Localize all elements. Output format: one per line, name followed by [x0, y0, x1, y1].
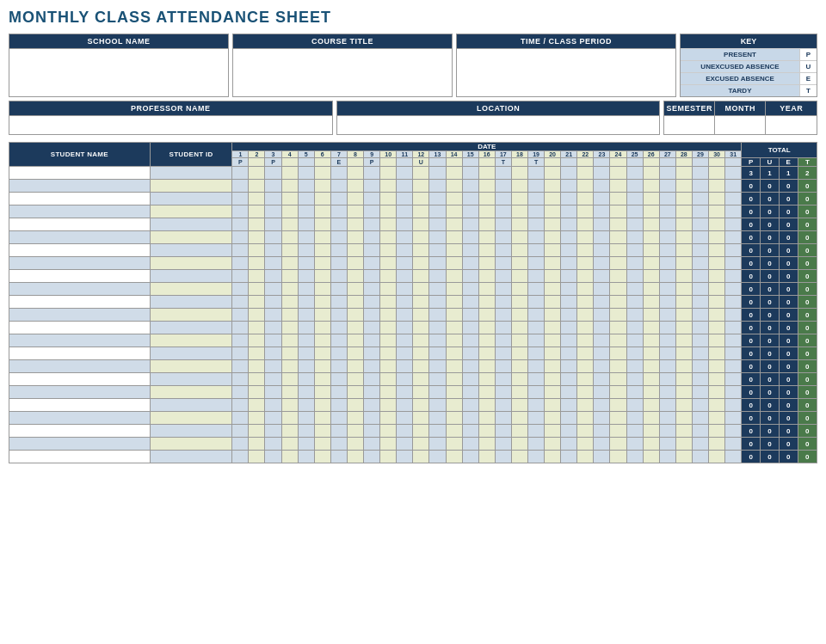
day-cell[interactable]: [561, 425, 577, 438]
day-cell[interactable]: [561, 360, 577, 373]
day-cell[interactable]: [446, 283, 462, 296]
day-cell[interactable]: [725, 205, 742, 218]
student-id-cell[interactable]: [150, 167, 232, 180]
day-cell[interactable]: [545, 296, 561, 309]
day-cell[interactable]: [643, 347, 659, 360]
day-cell[interactable]: [265, 425, 281, 438]
day-cell[interactable]: [330, 373, 347, 386]
day-cell[interactable]: [709, 244, 725, 257]
day-cell[interactable]: [725, 180, 742, 193]
year-value[interactable]: [766, 115, 817, 134]
day-cell[interactable]: [659, 180, 675, 193]
day-cell[interactable]: [462, 180, 478, 193]
day-cell[interactable]: [397, 425, 413, 438]
day-cell[interactable]: [577, 193, 594, 205]
day-cell[interactable]: [709, 347, 725, 360]
day-cell[interactable]: [659, 257, 675, 270]
day-cell[interactable]: [347, 283, 363, 296]
day-cell[interactable]: [380, 399, 397, 412]
day-cell[interactable]: [643, 244, 659, 257]
day-cell[interactable]: [265, 231, 281, 244]
student-id-cell[interactable]: [150, 180, 232, 193]
day-cell[interactable]: [314, 180, 330, 193]
day-cell[interactable]: [495, 438, 511, 451]
day-cell[interactable]: [380, 425, 397, 438]
day-cell[interactable]: [692, 231, 708, 244]
day-cell[interactable]: [577, 347, 594, 360]
day-cell[interactable]: [527, 309, 544, 322]
day-cell[interactable]: [511, 386, 527, 399]
course-title-value[interactable]: [233, 48, 452, 67]
day-cell[interactable]: [692, 386, 708, 399]
day-cell[interactable]: [545, 205, 561, 218]
day-cell[interactable]: [692, 218, 708, 231]
day-cell[interactable]: [610, 334, 626, 347]
day-cell[interactable]: [594, 193, 610, 205]
day-cell[interactable]: [478, 193, 495, 205]
day-cell[interactable]: [265, 399, 281, 412]
day-cell[interactable]: [364, 399, 380, 412]
day-cell[interactable]: [249, 347, 265, 360]
day-cell[interactable]: [413, 373, 429, 386]
day-cell[interactable]: [545, 193, 561, 205]
day-cell[interactable]: [429, 322, 446, 334]
day-cell[interactable]: [298, 438, 314, 451]
day-cell[interactable]: [330, 438, 347, 451]
day-cell[interactable]: [725, 309, 742, 322]
day-cell[interactable]: [527, 425, 544, 438]
student-id-cell[interactable]: [150, 347, 232, 360]
day-cell[interactable]: [281, 244, 298, 257]
day-cell[interactable]: [610, 244, 626, 257]
day-cell[interactable]: [659, 193, 675, 205]
day-cell[interactable]: [314, 270, 330, 283]
day-cell[interactable]: [709, 322, 725, 334]
day-cell[interactable]: [675, 451, 692, 463]
day-cell[interactable]: [429, 205, 446, 218]
day-cell[interactable]: [364, 180, 380, 193]
day-cell[interactable]: [364, 373, 380, 386]
day-cell[interactable]: [232, 296, 249, 309]
day-cell[interactable]: [298, 296, 314, 309]
day-cell[interactable]: [511, 425, 527, 438]
day-cell[interactable]: [364, 451, 380, 463]
day-cell[interactable]: [347, 296, 363, 309]
day-cell[interactable]: [265, 347, 281, 360]
day-cell[interactable]: [298, 180, 314, 193]
day-cell[interactable]: [265, 218, 281, 231]
day-cell[interactable]: [659, 205, 675, 218]
day-cell[interactable]: [364, 270, 380, 283]
day-cell[interactable]: [594, 373, 610, 386]
day-cell[interactable]: [347, 451, 363, 463]
day-cell[interactable]: [413, 322, 429, 334]
day-cell[interactable]: [347, 270, 363, 283]
day-cell[interactable]: [610, 373, 626, 386]
day-cell[interactable]: [380, 334, 397, 347]
day-cell[interactable]: [709, 386, 725, 399]
day-cell[interactable]: [330, 296, 347, 309]
day-cell[interactable]: [527, 451, 544, 463]
day-cell[interactable]: [495, 231, 511, 244]
day-cell[interactable]: [675, 309, 692, 322]
day-cell[interactable]: [495, 205, 511, 218]
day-cell[interactable]: [330, 399, 347, 412]
day-cell[interactable]: [561, 193, 577, 205]
student-name-cell[interactable]: [9, 386, 151, 399]
day-cell[interactable]: [626, 231, 643, 244]
day-cell[interactable]: [330, 451, 347, 463]
day-cell[interactable]: [446, 322, 462, 334]
student-name-cell[interactable]: [9, 451, 151, 463]
student-name-cell[interactable]: [9, 257, 151, 270]
day-cell[interactable]: [725, 167, 742, 180]
day-cell[interactable]: [561, 244, 577, 257]
day-cell[interactable]: [561, 180, 577, 193]
day-cell[interactable]: [626, 180, 643, 193]
day-cell[interactable]: [610, 270, 626, 283]
day-cell[interactable]: [675, 218, 692, 231]
day-cell[interactable]: [643, 451, 659, 463]
day-cell[interactable]: [577, 218, 594, 231]
day-cell[interactable]: [330, 193, 347, 205]
day-cell[interactable]: [527, 193, 544, 205]
day-cell[interactable]: [545, 167, 561, 180]
day-cell[interactable]: [594, 412, 610, 425]
day-cell[interactable]: [659, 451, 675, 463]
